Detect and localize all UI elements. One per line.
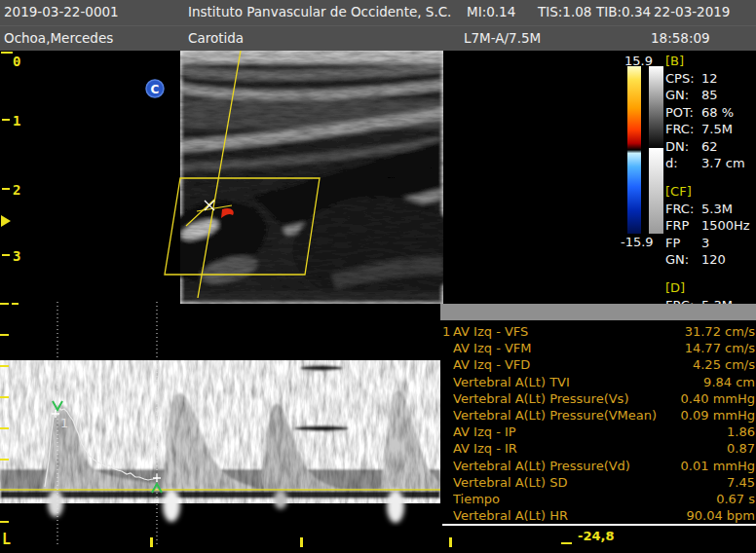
result-row: Vertebral A(Lt) TVI9.84 cm (442, 374, 755, 390)
doppler-scale-value: -24,8 (578, 529, 614, 543)
depth-mark-3: 3 (13, 248, 20, 264)
b-mode-image: C (136, 51, 458, 304)
result-row: Vertebral A(Lt) Pressure(VMean)0.09 mmHg (442, 407, 755, 424)
patient-name: Ochoa,Mercedes (4, 30, 113, 46)
param-row: DN:62 (665, 138, 756, 156)
info-bar-row-2: Ochoa,Mercedes Carotida L7M-A/7.5M 18:58… (0, 25, 756, 52)
study-type: Carotida (188, 30, 244, 46)
color-scale-min: -15.9 (621, 235, 654, 249)
depth-mark-1: 1 (13, 113, 20, 129)
result-row: 1AV Izq - VFS31.72 cm/s (442, 323, 755, 340)
result-row: Vertebral A(Lt) Pressure(Vd)0.01 mmHg (442, 458, 755, 474)
mi-index: MI:0.14 (467, 4, 515, 19)
caliper-2[interactable] (152, 302, 162, 545)
depth-tick-0 (1, 52, 13, 54)
param-row: FRC:7.5M (665, 121, 756, 138)
depth-tick-3 (2, 254, 10, 256)
d-mode-title: [D] (665, 279, 756, 297)
spectral-waveform (0, 365, 440, 498)
b-mode-title: [B] (665, 53, 756, 70)
param-row: GN:85 (665, 87, 756, 104)
result-row: Vertebral A(Lt) HR90.04 bpm (442, 507, 755, 524)
grayscale-bar-bottom (649, 148, 663, 234)
exam-time: 18:58:09 (651, 30, 710, 46)
param-row: GN:120 (665, 251, 756, 269)
param-row: d:3.7 cm (665, 155, 756, 172)
ultrasound-system-screen: { "header": { "patient_id": "2019-03-22-… (0, 0, 756, 553)
result-row: Vertebral A(Lt) Pressure(Vs)0.40 mmHg (442, 390, 755, 407)
scale-dash (561, 542, 572, 544)
depth-mark-0: 0 (13, 54, 20, 69)
info-bar-row-1: 2019-03-22-0001 Instituto Panvascular de… (0, 0, 756, 25)
depth-tick-2 (2, 188, 10, 190)
info-bar: 2019-03-22-0001 Instituto Panvascular de… (0, 0, 756, 51)
result-row: AV Izq - VFD4.25 cm/s (442, 356, 755, 373)
orientation-c-label: C (151, 83, 160, 96)
time-scale-ticks (150, 537, 452, 547)
exam-date: 22-03-2019 (654, 4, 730, 19)
result-row: Vertebral A(Lt) SD7.45 (442, 474, 755, 491)
param-row: FP3 (665, 235, 756, 252)
result-row: Tiempo0.67 s (442, 491, 755, 507)
param-row: FRP1500Hz (665, 217, 756, 235)
b-mode-tissue (142, 51, 458, 304)
cf-mode-params: [CF] FRC:5.3M FRP1500Hz FP3 GN:120 (665, 183, 756, 269)
tis-index: TIS:1.08 (538, 4, 591, 19)
param-row: POT:68 % (665, 104, 756, 122)
left-orientation-label: L (2, 531, 11, 548)
color-flow-colorbar (627, 66, 641, 234)
results-header-bar (440, 304, 756, 320)
result-row: AV Izq - IP1.86 (442, 424, 755, 440)
param-row: CPS:12 (665, 70, 756, 88)
transducer: L7M-A/7.5M (464, 30, 541, 46)
focus-marker-icon[interactable] (1, 215, 11, 227)
caliper-1-number: 1 (60, 416, 68, 430)
depth-tick-1 (2, 119, 10, 121)
tib-index: TIB:0.34 (596, 4, 651, 19)
institution: Instituto Panvascular de Occidente, S.C. (188, 4, 451, 19)
result-row: AV Izq - IR0.87 (442, 440, 755, 457)
patient-id: 2019-03-22-0001 (4, 4, 119, 19)
cf-mode-title: [CF] (665, 183, 756, 201)
result-row: AV Izq - VFM14.77 cm/s (442, 340, 755, 356)
depth-mark-2: 2 (13, 182, 20, 198)
b-mode-params: [B] CPS:12 GN:85 POT:68 % FRC:7.5M DN:62… (665, 53, 756, 172)
grayscale-bar-top (649, 66, 663, 148)
measurement-results-panel: 1AV Izq - VFS31.72 cm/s AV Izq - VFM14.7… (440, 302, 756, 528)
results-underline (442, 524, 756, 526)
param-row: FRC:5.3M (665, 201, 756, 218)
